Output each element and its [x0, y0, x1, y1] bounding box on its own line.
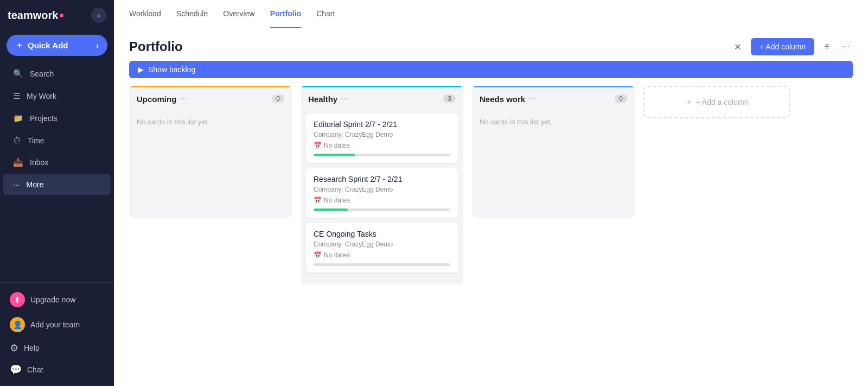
column-body-needs-work: No cards in this list yet.	[472, 109, 635, 218]
sidebar-item-label: Inbox	[30, 158, 48, 167]
inbox-icon: 📥	[13, 157, 23, 167]
filter-icon[interactable]: ≡	[821, 39, 832, 55]
column-count: 0	[615, 94, 627, 103]
arrow-right-icon: ›	[96, 41, 99, 50]
column-menu-icon[interactable]: ···	[341, 94, 348, 104]
progress-fill	[314, 208, 348, 211]
progress-fill	[314, 154, 355, 156]
card-company: Company: CrazyEgg Demo	[314, 241, 450, 248]
card-title: Research Sprint 2/7 - 2/21	[314, 175, 450, 183]
calendar-icon: 📅	[314, 142, 322, 149]
main-content: Workload Schedule Overview Portfolio Cha…	[114, 0, 868, 386]
add-column-placeholder-label: + Add a column	[696, 98, 749, 106]
sidebar-item-projects[interactable]: 📁 Projects	[3, 107, 111, 129]
column-menu-icon[interactable]: ···	[180, 94, 187, 104]
card-research-sprint[interactable]: Research Sprint 2/7 - 2/21 Company: Craz…	[306, 168, 458, 218]
card-ce-ongoing[interactable]: CE Ongoing Tasks Company: CrazyEgg Demo …	[306, 223, 458, 273]
column-body-healthy: Editorial Sprint 2/7 - 2/21 Company: Cra…	[301, 109, 463, 284]
my-work-icon: ☰	[13, 91, 20, 101]
sidebar-bottom: ⬆ Upgrade now 👤 Add your team ⚙ Help 💬 C…	[0, 282, 114, 386]
sidebar-item-chat[interactable]: 💬 Chat	[0, 359, 114, 381]
card-title: CE Ongoing Tasks	[314, 230, 450, 238]
dates-label: No dates	[324, 251, 350, 259]
column-menu-icon[interactable]: ···	[528, 94, 535, 104]
sidebar-item-time[interactable]: ⏱ Time	[3, 130, 111, 151]
sidebar-item-label: Projects	[30, 114, 58, 123]
upgrade-icon: ⬆	[10, 292, 25, 307]
logo: teamwork	[8, 9, 63, 22]
tab-overview[interactable]: Overview	[223, 0, 254, 28]
tab-workload[interactable]: Workload	[129, 0, 161, 28]
sidebar-item-label: Search	[30, 69, 54, 78]
progress-bar	[314, 154, 450, 156]
sidebar-item-add-team[interactable]: 👤 Add your team	[0, 312, 114, 337]
add-team-icon: 👤	[10, 317, 25, 332]
more-options-icon[interactable]: ···	[839, 39, 853, 55]
empty-text: No cards in this list yet.	[135, 113, 286, 130]
dates-label: No dates	[324, 142, 350, 149]
help-icon: ⚙	[10, 342, 18, 354]
chat-label: Chat	[27, 365, 43, 374]
card-dates: 📅 No dates	[314, 142, 450, 149]
card-dates: 📅 No dates	[314, 197, 450, 204]
card-editorial-sprint[interactable]: Editorial Sprint 2/7 - 2/21 Company: Cra…	[306, 113, 458, 163]
collapse-button[interactable]: «	[91, 8, 106, 23]
add-column-placeholder[interactable]: ＋ + Add a column	[643, 86, 790, 118]
plus-icon: ＋	[685, 97, 693, 107]
top-navigation: Workload Schedule Overview Portfolio Cha…	[114, 0, 868, 28]
column-header-upcoming: Upcoming ··· 0	[129, 86, 292, 109]
projects-icon: 📁	[13, 113, 23, 123]
sidebar-item-my-work[interactable]: ☰ My Work	[3, 85, 111, 107]
sidebar-logo-area: teamwork «	[0, 0, 114, 30]
tab-schedule[interactable]: Schedule	[176, 0, 208, 28]
show-backlog-label: Show backlog	[148, 65, 195, 74]
sidebar-item-upgrade[interactable]: ⬆ Upgrade now	[0, 287, 114, 312]
column-count: 0	[272, 94, 284, 103]
card-dates: 📅 No dates	[314, 251, 450, 259]
plus-icon: ＋	[15, 40, 23, 50]
calendar-icon: 📅	[314, 197, 322, 204]
nav-items: 🔍 Search ☰ My Work 📁 Projects ⏱ Time 📥 I…	[0, 60, 114, 282]
chat-icon: 💬	[10, 364, 22, 376]
column-title: Upcoming	[137, 94, 176, 104]
add-column-label: + Add column	[760, 42, 806, 51]
time-icon: ⏱	[13, 136, 21, 145]
column-healthy: Healthy ··· 3 Editorial Sprint 2/7 - 2/2…	[301, 86, 463, 284]
sidebar-item-label: Time	[28, 136, 44, 145]
sidebar-item-more[interactable]: ··· More	[3, 174, 111, 195]
quick-add-label: Quick Add	[28, 41, 68, 50]
upgrade-label: Upgrade now	[30, 295, 75, 304]
chevron-right-icon: ▶	[138, 65, 144, 74]
sidebar-item-search[interactable]: 🔍 Search	[3, 63, 111, 85]
sidebar: teamwork « ＋ Quick Add › 🔍 Search ☰ My W…	[0, 0, 114, 386]
close-button[interactable]: ✕	[731, 39, 744, 55]
header-actions: ✕ + Add column ≡ ···	[731, 38, 853, 55]
sidebar-item-label: More	[27, 180, 44, 189]
empty-text: No cards in this list yet.	[477, 113, 629, 130]
column-title-wrap: Healthy ···	[308, 94, 348, 104]
sidebar-item-inbox[interactable]: 📥 Inbox	[3, 151, 111, 173]
column-header-healthy: Healthy ··· 3	[301, 86, 463, 109]
tab-portfolio[interactable]: Portfolio	[270, 0, 302, 28]
column-title: Needs work	[480, 94, 525, 104]
add-team-label: Add your team	[30, 320, 80, 329]
card-company: Company: CrazyEgg Demo	[314, 186, 450, 193]
search-icon: 🔍	[13, 69, 23, 79]
column-header-needs-work: Needs work ··· 0	[472, 86, 635, 109]
sidebar-item-label: My Work	[27, 92, 56, 100]
help-label: Help	[24, 344, 40, 352]
card-title: Editorial Sprint 2/7 - 2/21	[314, 120, 450, 129]
add-column-button[interactable]: + Add column	[751, 38, 814, 55]
quick-add-button[interactable]: ＋ Quick Add ›	[7, 35, 107, 56]
calendar-icon: 📅	[314, 251, 322, 259]
dates-label: No dates	[324, 197, 350, 204]
column-count: 3	[443, 94, 456, 103]
tab-chart[interactable]: Chart	[316, 0, 335, 28]
sidebar-item-help[interactable]: ⚙ Help	[0, 337, 114, 359]
column-upcoming: Upcoming ··· 0 No cards in this list yet…	[129, 86, 292, 218]
show-backlog-button[interactable]: ▶ Show backlog	[129, 61, 853, 78]
column-title-wrap: Needs work ···	[480, 94, 536, 104]
column-title-wrap: Upcoming ···	[137, 94, 187, 104]
card-company: Company: CrazyEgg Demo	[314, 131, 450, 138]
column-title: Healthy	[308, 94, 337, 104]
